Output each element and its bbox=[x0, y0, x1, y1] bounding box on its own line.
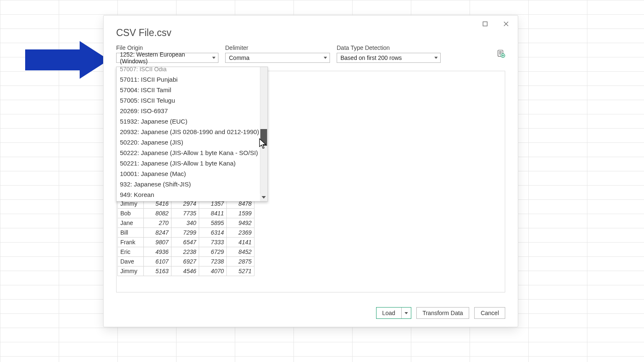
value-cell: 6107 bbox=[144, 257, 171, 266]
value-cell: 1599 bbox=[227, 209, 254, 218]
file-origin-label: File Origin bbox=[116, 44, 218, 51]
load-dropdown-button[interactable] bbox=[402, 308, 411, 318]
name-cell: Frank bbox=[118, 238, 144, 247]
value-cell: 6927 bbox=[171, 257, 199, 266]
scrollbar-thumb[interactable] bbox=[260, 129, 267, 146]
value-cell: 4070 bbox=[199, 266, 227, 276]
preview-table: Jimmy5416297413578478Bob8082773584111599… bbox=[117, 199, 254, 276]
name-cell: Bill bbox=[118, 228, 144, 238]
encoding-option[interactable]: 949: Korean bbox=[117, 189, 260, 200]
delimiter-select[interactable]: Comma bbox=[225, 53, 330, 63]
value-cell: 270 bbox=[144, 218, 171, 228]
value-cell: 4546 bbox=[171, 266, 199, 276]
encoding-option[interactable]: 57007: ISCII Odia bbox=[117, 67, 260, 74]
value-cell: 6547 bbox=[171, 238, 199, 247]
file-origin-value: 1252: Western European (Windows) bbox=[120, 51, 209, 65]
table-row: Bob8082773584111599 bbox=[118, 209, 254, 218]
delimiter-label: Delimiter bbox=[225, 44, 330, 51]
encoding-option[interactable]: 932: Japanese (Shift-JIS) bbox=[117, 179, 260, 189]
value-cell: 2875 bbox=[227, 257, 254, 266]
encoding-option[interactable]: 57005: ISCII Telugu bbox=[117, 95, 260, 106]
detection-select[interactable]: Based on first 200 rows bbox=[337, 53, 441, 63]
encoding-option[interactable]: 50220: Japanese (JIS) bbox=[117, 137, 260, 147]
table-row: Jimmy5163454640705271 bbox=[118, 266, 254, 276]
encoding-option[interactable]: 51949: Korean (EUC) bbox=[117, 200, 260, 202]
file-origin-select[interactable]: 1252: Western European (Windows) bbox=[116, 53, 218, 63]
encoding-option[interactable]: 51932: Japanese (EUC) bbox=[117, 116, 260, 127]
svg-rect-1 bbox=[483, 22, 487, 26]
table-row: Eric4936223867298452 bbox=[118, 247, 254, 257]
value-cell: 5895 bbox=[199, 218, 227, 228]
table-row: Frank9807654773334141 bbox=[118, 238, 254, 247]
value-cell: 7238 bbox=[199, 257, 227, 266]
name-cell: Bob bbox=[118, 209, 144, 218]
table-row: Dave6107692772382875 bbox=[118, 257, 254, 266]
value-cell: 8452 bbox=[227, 247, 254, 257]
table-row: Bill8247729963142369 bbox=[118, 228, 254, 238]
value-cell: 9492 bbox=[227, 218, 254, 228]
annotation-arrow bbox=[25, 41, 109, 79]
encoding-option[interactable]: 50221: Japanese (JIS-Allow 1 byte Kana) bbox=[117, 158, 260, 168]
value-cell: 2369 bbox=[227, 228, 254, 238]
value-cell: 8247 bbox=[144, 228, 171, 238]
name-cell: Jimmy bbox=[118, 266, 144, 276]
value-cell: 9807 bbox=[144, 238, 171, 247]
chevron-down-icon bbox=[212, 57, 216, 59]
value-cell: 5271 bbox=[227, 266, 254, 276]
value-cell: 7735 bbox=[171, 209, 199, 218]
load-button[interactable]: Load bbox=[377, 308, 402, 318]
encoding-option[interactable]: 10001: Japanese (Mac) bbox=[117, 168, 260, 179]
value-cell: 4936 bbox=[144, 247, 171, 257]
value-cell: 8411 bbox=[199, 209, 227, 218]
dialog-footer: Load Transform Data Cancel bbox=[104, 299, 518, 327]
value-cell: 8082 bbox=[144, 209, 171, 218]
transform-data-button[interactable]: Transform Data bbox=[416, 307, 470, 319]
cancel-button[interactable]: Cancel bbox=[474, 307, 505, 319]
settings-icon[interactable] bbox=[496, 49, 505, 58]
value-cell: 7299 bbox=[171, 228, 199, 238]
name-cell: Dave bbox=[118, 257, 144, 266]
load-split-button: Load bbox=[376, 307, 411, 319]
table-row: Jane27034058959492 bbox=[118, 218, 254, 228]
value-cell: 4141 bbox=[227, 238, 254, 247]
value-cell: 7333 bbox=[199, 238, 227, 247]
dialog-title: CSV File.csv bbox=[116, 27, 505, 39]
delimiter-value: Comma bbox=[229, 54, 249, 61]
value-cell: 340 bbox=[171, 218, 199, 228]
dropdown-scrollbar[interactable] bbox=[260, 67, 267, 201]
name-cell: Jane bbox=[118, 218, 144, 228]
value-cell: 6314 bbox=[199, 228, 227, 238]
encoding-option[interactable]: 57011: ISCII Punjabi bbox=[117, 74, 260, 85]
detection-label: Data Type Detection bbox=[337, 44, 441, 51]
encoding-option[interactable]: 20269: ISO-6937 bbox=[117, 106, 260, 116]
scroll-down-icon[interactable] bbox=[260, 194, 267, 201]
svg-marker-0 bbox=[25, 41, 109, 79]
value-cell: 5163 bbox=[144, 266, 171, 276]
chevron-down-icon bbox=[434, 57, 438, 59]
value-cell: 2238 bbox=[171, 247, 199, 257]
encoding-option[interactable]: 50222: Japanese (JIS-Allow 1 byte Kana -… bbox=[117, 147, 260, 158]
import-dialog: CSV File.csv File Origin 1252: Western E… bbox=[103, 15, 518, 327]
chevron-down-icon bbox=[324, 57, 327, 59]
encoding-option[interactable]: 20932: Japanese (JIS 0208-1990 and 0212-… bbox=[117, 127, 260, 137]
encoding-option[interactable]: 57004: ISCII Tamil bbox=[117, 85, 260, 95]
file-origin-dropdown[interactable]: 57007: ISCII Odia57011: ISCII Punjabi570… bbox=[116, 67, 268, 202]
detection-value: Based on first 200 rows bbox=[340, 54, 402, 61]
name-cell: Eric bbox=[118, 247, 144, 257]
value-cell: 6729 bbox=[199, 247, 227, 257]
